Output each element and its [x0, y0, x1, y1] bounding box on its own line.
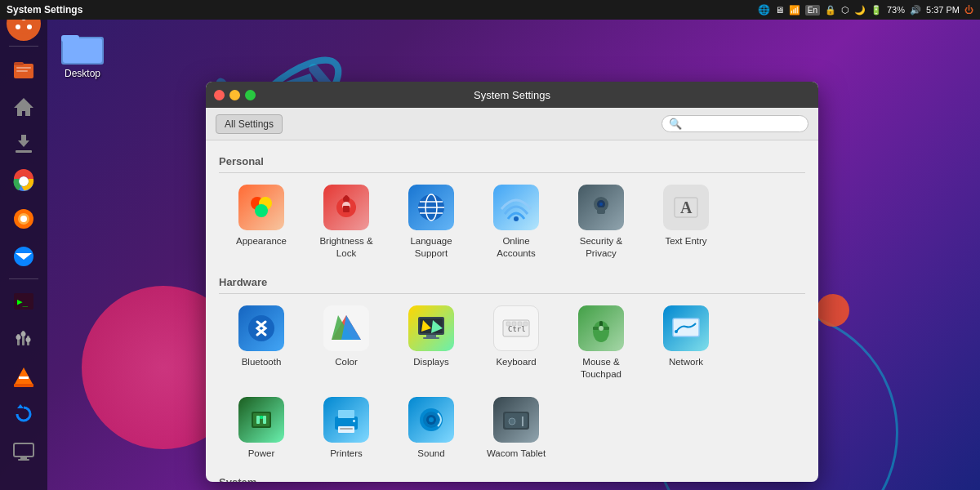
taskbar: ▶_ — [0, 0, 47, 490]
hardware-divider — [219, 293, 805, 294]
window-content: Personal Appearance — [206, 140, 818, 482]
svg-point-57 — [599, 203, 603, 206]
taskbar-download[interactable] — [7, 127, 41, 161]
settings-item-sound[interactable]: Sound — [389, 389, 474, 468]
svg-rect-58 — [597, 207, 605, 214]
appearance-label: Appearance — [236, 235, 287, 247]
bluetooth-label: Bluetooth — [242, 356, 282, 368]
topbar-title: System Settings — [7, 4, 82, 16]
settings-item-brightness[interactable]: Brightness &Lock — [304, 176, 389, 268]
window-maximize-button[interactable] — [245, 90, 256, 100]
settings-item-text[interactable]: A Text Entry — [644, 176, 728, 268]
taskbar-mixer[interactable] — [7, 322, 41, 356]
svg-rect-37 — [18, 459, 29, 461]
home-icon — [11, 93, 37, 119]
settings-window: System Settings All Settings 🔍 Personal — [206, 82, 818, 482]
personal-divider — [219, 172, 805, 173]
taskbar-terminal[interactable]: ▶_ — [7, 284, 41, 318]
svg-text:A: A — [680, 198, 693, 216]
keyboard-icon: Ctrl — [493, 305, 539, 351]
settings-item-appearance[interactable]: Appearance — [219, 176, 304, 268]
settings-item-bluetooth[interactable]: Bluetooth — [219, 297, 304, 389]
text-entry-icon: A — [663, 185, 709, 230]
search-box[interactable]: 🔍 — [662, 115, 808, 132]
taskbar-refresh[interactable] — [7, 397, 41, 431]
settings-item-online[interactable]: OnlineAccounts — [474, 176, 559, 268]
sound-svg — [415, 403, 448, 436]
all-settings-button[interactable]: All Settings — [216, 114, 283, 134]
settings-item-displays[interactable]: Displays — [389, 297, 474, 389]
svg-rect-32 — [14, 384, 33, 387]
security-svg — [585, 191, 617, 224]
settings-item-security[interactable]: Security &Privacy — [559, 176, 644, 268]
window-close-button[interactable] — [214, 90, 225, 100]
refresh-icon — [11, 401, 37, 427]
taskbar-cone[interactable] — [7, 359, 41, 394]
wacom-icon — [493, 397, 539, 443]
svg-rect-13 — [16, 150, 32, 153]
taskbar-divider-1 — [9, 46, 38, 47]
taskbar-firefox[interactable] — [7, 202, 41, 236]
firefox-icon — [11, 206, 37, 232]
network-svg — [670, 312, 702, 345]
vpn-icon: 🔒 — [825, 5, 836, 16]
svg-point-80 — [599, 326, 604, 331]
wacom-label: Wacom Tablet — [487, 448, 546, 460]
brightness-icon — [323, 185, 369, 230]
search-input[interactable] — [685, 118, 801, 130]
svg-rect-74 — [512, 322, 516, 326]
settings-item-keyboard[interactable]: Ctrl Keyboard — [474, 297, 559, 389]
svg-point-17 — [20, 178, 27, 185]
svg-rect-73 — [506, 322, 510, 326]
sound-icon — [408, 397, 454, 443]
mouse-label: Mouse &Touchpad — [581, 356, 621, 381]
svg-point-54 — [514, 216, 519, 221]
power-icon — [238, 397, 284, 443]
mouse-svg — [585, 312, 617, 345]
bg-circle-orange — [817, 294, 849, 327]
taskbar-chrome[interactable] — [7, 164, 41, 198]
svg-text:Ctrl: Ctrl — [508, 325, 526, 333]
settings-item-power[interactable]: Power — [219, 389, 304, 468]
settings-item-color[interactable]: Color — [304, 297, 389, 389]
keyboard-svg: Ctrl — [500, 312, 532, 345]
topbar-right: 🌐 🖥 📶 En 🔒 ⬡ 🌙 🔋 73% 🔊 5:37 PM ⏻ — [758, 4, 973, 16]
svg-point-7 — [27, 24, 32, 29]
settings-item-language[interactable]: LanguageSupport — [389, 176, 474, 268]
desktop-folder-item[interactable]: Desktop — [61, 29, 104, 79]
svg-rect-87 — [260, 416, 263, 419]
keyboard-lang-icon: En — [805, 5, 820, 16]
personal-grid: Appearance Brightness &Lock — [219, 176, 805, 268]
chrome-icon — [11, 168, 37, 194]
battery-icon: 🔋 — [871, 5, 882, 16]
svg-rect-91 — [353, 420, 355, 422]
window-controls — [214, 90, 256, 100]
appearance-svg — [245, 191, 278, 224]
thunderbird-icon — [11, 243, 37, 270]
online-label: OnlineAccounts — [497, 235, 535, 260]
settings-item-wacom[interactable]: Wacom Tablet — [474, 389, 559, 468]
wifi-icon: 📶 — [789, 5, 800, 16]
volume-icon: 🔊 — [910, 5, 921, 16]
clock: 5:37 PM — [926, 5, 960, 15]
svg-point-100 — [509, 418, 515, 425]
settings-item-printers[interactable]: Printers — [304, 389, 389, 468]
settings-item-network[interactable]: Network — [644, 297, 728, 389]
power-svg — [245, 403, 278, 436]
window-minimize-button[interactable] — [229, 90, 240, 100]
taskbar-thunderbird[interactable] — [7, 239, 41, 274]
svg-point-28 — [16, 335, 21, 340]
settings-item-mouse[interactable]: Mouse &Touchpad — [559, 297, 644, 389]
hardware-grid: Bluetooth Color — [219, 297, 805, 468]
svg-point-6 — [16, 24, 20, 29]
personal-section-title: Personal — [219, 155, 805, 167]
network-icon — [663, 305, 709, 351]
taskbar-screen[interactable] — [7, 434, 41, 469]
taskbar-home[interactable] — [7, 89, 41, 123]
night-mode-icon: 🌙 — [854, 5, 866, 16]
svg-rect-46 — [345, 195, 348, 200]
svg-point-82 — [675, 330, 678, 333]
svg-rect-86 — [263, 416, 266, 424]
taskbar-files[interactable] — [7, 51, 41, 86]
svg-rect-92 — [340, 428, 353, 430]
